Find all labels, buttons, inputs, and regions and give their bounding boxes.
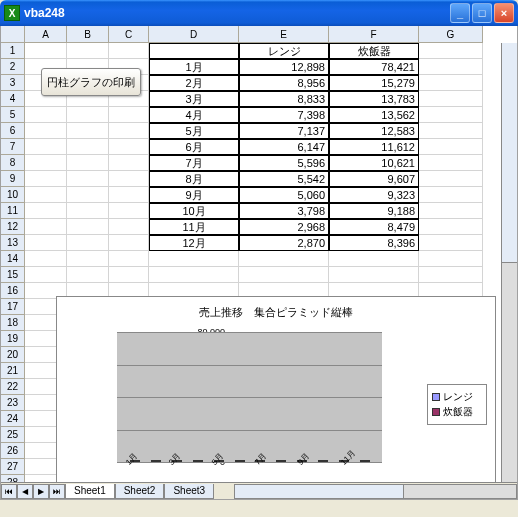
cell[interactable] xyxy=(25,139,67,155)
cell[interactable]: 2月 xyxy=(149,75,239,91)
cell[interactable] xyxy=(109,123,149,139)
cell[interactable]: 2,968 xyxy=(239,219,329,235)
maximize-button[interactable]: □ xyxy=(472,3,492,23)
cell[interactable] xyxy=(109,155,149,171)
cell[interactable] xyxy=(109,235,149,251)
cell[interactable]: 5,060 xyxy=(239,187,329,203)
cell[interactable] xyxy=(329,267,419,283)
cell[interactable]: 9月 xyxy=(149,187,239,203)
cell[interactable] xyxy=(67,267,109,283)
embedded-chart[interactable]: 売上推移 集合ピラミッド縦棒 020,00040,00060,00080,000… xyxy=(56,296,496,491)
cell[interactable] xyxy=(67,251,109,267)
cell[interactable] xyxy=(149,43,239,59)
row-header[interactable]: 25 xyxy=(1,427,25,443)
col-header[interactable]: A xyxy=(25,26,67,43)
cell[interactable]: 78,421 xyxy=(329,59,419,75)
tab-nav-first[interactable]: ⏮ xyxy=(1,484,17,499)
row-header[interactable]: 17 xyxy=(1,299,25,315)
cell[interactable] xyxy=(67,203,109,219)
col-header[interactable]: D xyxy=(149,26,239,43)
row-header[interactable]: 10 xyxy=(1,187,25,203)
print-cylinder-chart-button[interactable]: 円柱グラフの印刷 xyxy=(41,68,141,96)
cell[interactable] xyxy=(25,203,67,219)
cell[interactable] xyxy=(239,267,329,283)
cell[interactable] xyxy=(67,187,109,203)
cell[interactable] xyxy=(419,171,483,187)
cell[interactable]: 11,612 xyxy=(329,139,419,155)
cell[interactable]: 8,396 xyxy=(329,235,419,251)
cell[interactable] xyxy=(25,171,67,187)
cell[interactable] xyxy=(419,139,483,155)
cell[interactable] xyxy=(109,187,149,203)
cell[interactable]: 6,147 xyxy=(239,139,329,155)
tab-nav-last[interactable]: ⏭ xyxy=(49,484,65,499)
cell[interactable]: 1月 xyxy=(149,59,239,75)
cell[interactable] xyxy=(419,59,483,75)
row-header[interactable]: 12 xyxy=(1,219,25,235)
row-header[interactable]: 4 xyxy=(1,91,25,107)
col-header[interactable]: G xyxy=(419,26,483,43)
tab-nav-prev[interactable]: ◀ xyxy=(17,484,33,499)
cell[interactable] xyxy=(419,91,483,107)
cell[interactable]: 2,870 xyxy=(239,235,329,251)
cell[interactable] xyxy=(109,219,149,235)
cell[interactable] xyxy=(419,251,483,267)
cell[interactable] xyxy=(109,139,149,155)
row-header[interactable]: 7 xyxy=(1,139,25,155)
col-header[interactable]: C xyxy=(109,26,149,43)
minimize-button[interactable]: _ xyxy=(450,3,470,23)
row-header[interactable]: 6 xyxy=(1,123,25,139)
cell[interactable] xyxy=(25,251,67,267)
row-header[interactable]: 3 xyxy=(1,75,25,91)
close-button[interactable]: × xyxy=(494,3,514,23)
col-header[interactable]: E xyxy=(239,26,329,43)
cell[interactable] xyxy=(419,235,483,251)
cell[interactable]: 9,323 xyxy=(329,187,419,203)
row-header[interactable]: 27 xyxy=(1,459,25,475)
cell[interactable]: 13,562 xyxy=(329,107,419,123)
col-header[interactable]: B xyxy=(67,26,109,43)
cell[interactable] xyxy=(419,203,483,219)
cell[interactable] xyxy=(25,267,67,283)
cell[interactable] xyxy=(67,235,109,251)
row-header[interactable]: 5 xyxy=(1,107,25,123)
cell[interactable] xyxy=(109,267,149,283)
cell[interactable] xyxy=(109,43,149,59)
row-header[interactable]: 16 xyxy=(1,283,25,299)
cell[interactable] xyxy=(109,171,149,187)
cell[interactable] xyxy=(25,235,67,251)
row-header[interactable]: 20 xyxy=(1,347,25,363)
cell[interactable]: 9,607 xyxy=(329,171,419,187)
sheet-tab[interactable]: Sheet2 xyxy=(115,484,165,499)
cell[interactable]: 3月 xyxy=(149,91,239,107)
cell[interactable]: 7,137 xyxy=(239,123,329,139)
row-header[interactable]: 15 xyxy=(1,267,25,283)
row-header[interactable]: 18 xyxy=(1,315,25,331)
cell[interactable]: 5,542 xyxy=(239,171,329,187)
tab-nav-next[interactable]: ▶ xyxy=(33,484,49,499)
cell[interactable]: 8,833 xyxy=(239,91,329,107)
cell[interactable]: 8,479 xyxy=(329,219,419,235)
cell[interactable] xyxy=(329,251,419,267)
row-header[interactable]: 2 xyxy=(1,59,25,75)
cell[interactable]: 7月 xyxy=(149,155,239,171)
cell[interactable]: 10月 xyxy=(149,203,239,219)
cell[interactable] xyxy=(25,107,67,123)
cell[interactable] xyxy=(419,267,483,283)
cell[interactable]: 炊飯器 xyxy=(329,43,419,59)
cell[interactable]: 4月 xyxy=(149,107,239,123)
cell[interactable]: 12,898 xyxy=(239,59,329,75)
cell[interactable] xyxy=(419,43,483,59)
row-header[interactable]: 26 xyxy=(1,443,25,459)
row-header[interactable]: 13 xyxy=(1,235,25,251)
row-header[interactable]: 21 xyxy=(1,363,25,379)
cell[interactable] xyxy=(67,107,109,123)
cell[interactable]: 13,783 xyxy=(329,91,419,107)
cell[interactable] xyxy=(419,107,483,123)
cell[interactable]: 12月 xyxy=(149,235,239,251)
cell[interactable] xyxy=(25,219,67,235)
cell[interactable]: 5,596 xyxy=(239,155,329,171)
row-header[interactable]: 19 xyxy=(1,331,25,347)
row-header[interactable]: 8 xyxy=(1,155,25,171)
cell[interactable] xyxy=(419,123,483,139)
